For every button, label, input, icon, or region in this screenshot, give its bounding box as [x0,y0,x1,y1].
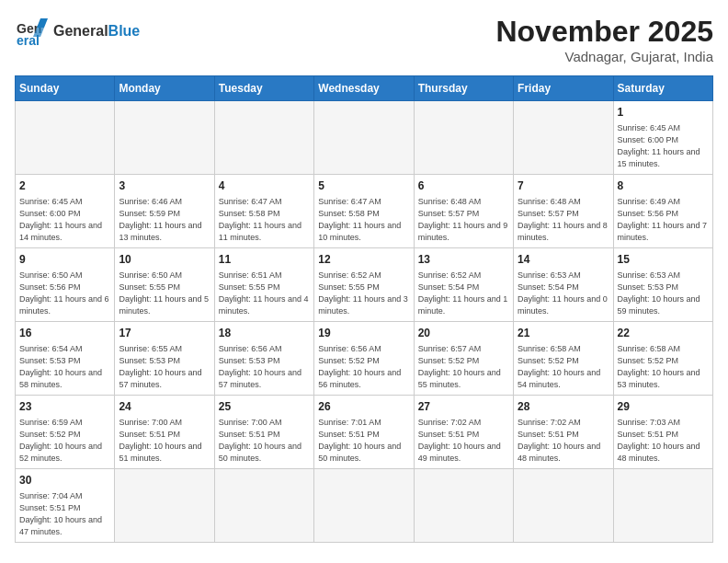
calendar-cell: 30Sunrise: 7:04 AM Sunset: 5:51 PM Dayli… [16,468,115,542]
calendar-cell: 29Sunrise: 7:03 AM Sunset: 5:51 PM Dayli… [613,395,712,468]
calendar-cell [214,101,313,175]
day-info: Sunrise: 6:56 AM Sunset: 5:52 PM Dayligh… [318,343,409,391]
calendar-cell: 4Sunrise: 6:47 AM Sunset: 5:58 PM Daylig… [214,174,313,247]
day-number: 25 [219,399,310,415]
calendar-cell [115,468,214,542]
day-number: 1 [618,105,709,121]
page-header: Gen eral GeneralBlue November 2025 Vadna… [15,15,713,64]
calendar-cell: 23Sunrise: 6:59 AM Sunset: 5:52 PM Dayli… [16,395,115,468]
weekday-header: Monday [115,76,214,101]
calendar-cell [16,101,115,175]
day-number: 17 [119,326,210,341]
day-info: Sunrise: 6:47 AM Sunset: 5:58 PM Dayligh… [219,196,310,244]
calendar-cell: 26Sunrise: 7:01 AM Sunset: 5:51 PM Dayli… [314,395,414,468]
calendar-week-row: 9Sunrise: 6:50 AM Sunset: 5:56 PM Daylig… [16,247,713,321]
calendar-cell: 16Sunrise: 6:54 AM Sunset: 5:53 PM Dayli… [16,321,115,395]
calendar-cell: 5Sunrise: 6:47 AM Sunset: 5:58 PM Daylig… [314,174,414,247]
calendar-cell: 13Sunrise: 6:52 AM Sunset: 5:54 PM Dayli… [414,247,513,321]
day-number: 28 [518,399,609,415]
day-info: Sunrise: 7:02 AM Sunset: 5:51 PM Dayligh… [518,417,609,465]
calendar-cell: 7Sunrise: 6:48 AM Sunset: 5:57 PM Daylig… [514,174,613,247]
calendar-cell: 18Sunrise: 6:56 AM Sunset: 5:53 PM Dayli… [214,321,313,395]
day-number: 4 [219,178,310,194]
weekday-header: Saturday [613,76,712,101]
day-info: Sunrise: 6:50 AM Sunset: 5:56 PM Dayligh… [19,270,110,317]
logo: Gen eral GeneralBlue [15,15,140,48]
day-number: 27 [418,399,509,415]
logo-blue: Blue [108,23,141,39]
day-info: Sunrise: 6:48 AM Sunset: 5:57 PM Dayligh… [518,196,609,244]
day-info: Sunrise: 6:55 AM Sunset: 5:53 PM Dayligh… [119,343,210,391]
calendar: SundayMondayTuesdayWednesdayThursdayFrid… [15,75,713,543]
day-number: 29 [618,399,709,415]
day-info: Sunrise: 6:52 AM Sunset: 5:54 PM Dayligh… [418,270,509,317]
day-info: Sunrise: 6:47 AM Sunset: 5:58 PM Dayligh… [318,196,409,244]
calendar-week-row: 1Sunrise: 6:45 AM Sunset: 6:00 PM Daylig… [16,101,713,175]
logo-icon: Gen eral [15,15,48,48]
weekday-header: Wednesday [314,76,414,101]
day-info: Sunrise: 6:53 AM Sunset: 5:53 PM Dayligh… [618,270,709,317]
calendar-cell: 22Sunrise: 6:58 AM Sunset: 5:52 PM Dayli… [613,321,712,395]
day-info: Sunrise: 6:45 AM Sunset: 6:00 PM Dayligh… [19,196,110,244]
calendar-cell: 19Sunrise: 6:56 AM Sunset: 5:52 PM Dayli… [314,321,414,395]
calendar-cell [314,101,414,175]
day-info: Sunrise: 6:52 AM Sunset: 5:55 PM Dayligh… [318,270,409,317]
day-info: Sunrise: 6:48 AM Sunset: 5:57 PM Dayligh… [418,196,509,244]
calendar-cell: 1Sunrise: 6:45 AM Sunset: 6:00 PM Daylig… [613,101,712,175]
day-info: Sunrise: 7:02 AM Sunset: 5:51 PM Dayligh… [418,417,509,465]
day-number: 15 [618,252,709,268]
day-number: 10 [119,252,210,268]
day-number: 24 [119,399,210,415]
weekday-header: Tuesday [214,76,313,101]
weekday-header: Thursday [414,76,513,101]
day-info: Sunrise: 6:57 AM Sunset: 5:52 PM Dayligh… [418,343,509,391]
weekday-header-row: SundayMondayTuesdayWednesdayThursdayFrid… [16,76,713,101]
calendar-cell: 17Sunrise: 6:55 AM Sunset: 5:53 PM Dayli… [115,321,214,395]
day-info: Sunrise: 6:49 AM Sunset: 5:56 PM Dayligh… [618,196,709,244]
day-info: Sunrise: 6:51 AM Sunset: 5:55 PM Dayligh… [219,270,310,317]
day-info: Sunrise: 6:58 AM Sunset: 5:52 PM Dayligh… [618,343,709,391]
calendar-cell: 28Sunrise: 7:02 AM Sunset: 5:51 PM Dayli… [514,395,613,468]
day-info: Sunrise: 6:59 AM Sunset: 5:52 PM Dayligh… [19,417,110,465]
calendar-cell: 11Sunrise: 6:51 AM Sunset: 5:55 PM Dayli… [214,247,313,321]
calendar-cell: 12Sunrise: 6:52 AM Sunset: 5:55 PM Dayli… [314,247,414,321]
calendar-cell: 10Sunrise: 6:50 AM Sunset: 5:55 PM Dayli… [115,247,214,321]
calendar-cell: 2Sunrise: 6:45 AM Sunset: 6:00 PM Daylig… [16,174,115,247]
day-number: 6 [418,178,509,194]
day-number: 14 [518,252,609,268]
day-number: 30 [19,473,110,488]
calendar-week-row: 23Sunrise: 6:59 AM Sunset: 5:52 PM Dayli… [16,395,713,468]
day-number: 8 [618,178,709,194]
day-info: Sunrise: 7:04 AM Sunset: 5:51 PM Dayligh… [19,490,110,538]
logo-general: General [53,23,108,39]
day-number: 9 [19,252,110,268]
weekday-header: Sunday [16,76,115,101]
month-title: November 2025 [495,15,713,49]
calendar-cell: 6Sunrise: 6:48 AM Sunset: 5:57 PM Daylig… [414,174,513,247]
day-number: 21 [518,326,609,341]
calendar-cell [414,468,513,542]
calendar-cell: 3Sunrise: 6:46 AM Sunset: 5:59 PM Daylig… [115,174,214,247]
day-info: Sunrise: 6:50 AM Sunset: 5:55 PM Dayligh… [119,270,210,317]
calendar-cell [514,101,613,175]
day-number: 18 [219,326,310,341]
day-info: Sunrise: 6:45 AM Sunset: 6:00 PM Dayligh… [618,122,709,170]
day-number: 22 [618,326,709,341]
calendar-week-row: 2Sunrise: 6:45 AM Sunset: 6:00 PM Daylig… [16,174,713,247]
day-number: 26 [318,399,409,415]
day-info: Sunrise: 6:56 AM Sunset: 5:53 PM Dayligh… [219,343,310,391]
weekday-header: Friday [514,76,613,101]
day-info: Sunrise: 7:01 AM Sunset: 5:51 PM Dayligh… [318,417,409,465]
day-number: 12 [318,252,409,268]
calendar-cell: 25Sunrise: 7:00 AM Sunset: 5:51 PM Dayli… [214,395,313,468]
calendar-week-row: 16Sunrise: 6:54 AM Sunset: 5:53 PM Dayli… [16,321,713,395]
calendar-cell: 15Sunrise: 6:53 AM Sunset: 5:53 PM Dayli… [613,247,712,321]
day-info: Sunrise: 6:54 AM Sunset: 5:53 PM Dayligh… [19,343,110,391]
day-number: 16 [19,326,110,341]
day-info: Sunrise: 7:00 AM Sunset: 5:51 PM Dayligh… [119,417,210,465]
calendar-week-row: 30Sunrise: 7:04 AM Sunset: 5:51 PM Dayli… [16,468,713,542]
day-info: Sunrise: 6:46 AM Sunset: 5:59 PM Dayligh… [119,196,210,244]
day-number: 3 [119,178,210,194]
calendar-cell: 24Sunrise: 7:00 AM Sunset: 5:51 PM Dayli… [115,395,214,468]
day-info: Sunrise: 6:53 AM Sunset: 5:54 PM Dayligh… [518,270,609,317]
